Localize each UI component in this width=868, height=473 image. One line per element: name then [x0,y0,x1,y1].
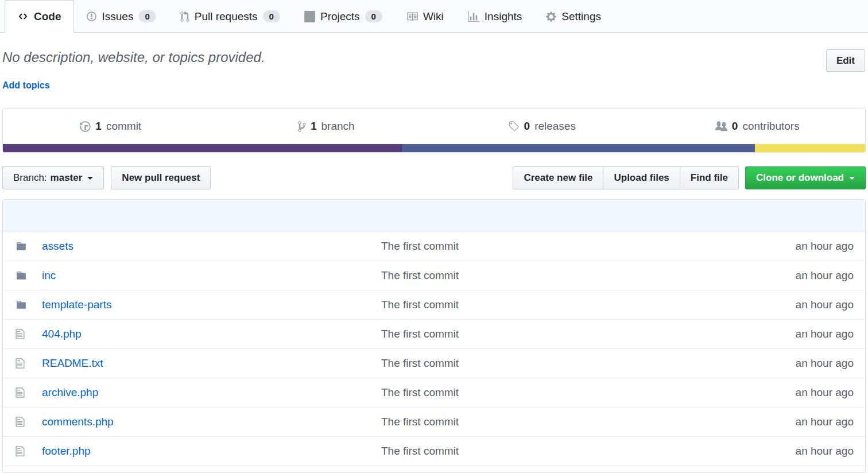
book-icon [406,11,418,22]
folder-icon [16,300,42,310]
repo-description: No description, website, or topics provi… [2,49,265,65]
commit-message-link[interactable]: The first commit [381,328,459,340]
commit-message-link[interactable]: The first commit [381,240,459,253]
file-name-link[interactable]: inc [42,269,56,282]
table-row: archive.php The first commit an hour ago [3,378,865,407]
commit-message-link[interactable]: The first commit [381,386,459,399]
branch-selector-button[interactable]: Branch: master [2,166,104,189]
file-age: an hour ago [739,386,854,399]
clone-or-download-button[interactable]: Clone or download [745,166,866,189]
repo-nav-tab-pull-requests[interactable]: Pull requests 0 [168,0,292,33]
git-branch-icon [298,121,306,133]
table-row-partial [3,466,865,472]
history-icon [80,121,91,133]
tab-counter: 0 [138,10,156,22]
project-icon [304,11,315,22]
upload-files-button[interactable]: Upload files [603,166,680,189]
table-row: footer.php The first commit an hour ago [3,436,865,466]
language-segment-php [402,144,754,152]
stat-contributors[interactable]: 0 contributors [650,120,866,133]
repo-nav-tab-code[interactable]: Code [5,0,74,33]
file-name-link[interactable]: archive.php [42,386,98,399]
file-icon [16,387,42,398]
commit-message-link[interactable]: The first commit [381,416,459,428]
folder-icon [16,270,42,281]
table-row: template-parts The first commit an hour … [3,290,865,319]
file-icon [16,445,42,457]
repo-nav-tab-projects[interactable]: Projects 0 [292,0,394,33]
language-segment-javascript [755,144,865,152]
stat-releases[interactable]: 0 releases [434,120,650,133]
tab-counter: 0 [263,10,280,22]
add-topics-link[interactable]: Add topics [2,80,50,91]
repo-nav-tab-wiki[interactable]: Wiki [394,0,456,33]
repo-nav-tab-insights[interactable]: Insights [456,0,534,33]
current-branch: master [51,172,83,184]
file-icon [16,358,42,369]
language-bar[interactable] [3,144,865,152]
file-actions-group: Create new file Upload files Find file [513,166,739,189]
issue-opened-icon [86,11,97,22]
repo-stats-box: 1 commit 1 branch 0 releases 0 contribut… [2,108,866,153]
commit-message-link[interactable]: The first commit [381,445,459,458]
find-file-button[interactable]: Find file [680,166,739,189]
commit-message-link[interactable]: The first commit [381,298,459,311]
create-new-file-button[interactable]: Create new file [513,166,603,189]
graph-icon [468,11,479,22]
file-age: an hour ago [739,328,854,340]
new-pull-request-button[interactable]: New pull request [111,166,211,189]
file-name-link[interactable]: assets [42,240,73,253]
code-icon [17,11,29,21]
repo-nav-tab-settings[interactable]: Settings [534,0,613,33]
file-age: an hour ago [739,298,854,311]
language-segment-css [3,144,402,152]
git-pull-request-icon [180,11,189,22]
table-row: README.txt The first commit an hour ago [3,348,865,378]
edit-description-button[interactable]: Edit [826,49,865,72]
file-age: an hour ago [739,240,854,253]
file-age: an hour ago [739,416,854,428]
tab-counter: 0 [365,10,382,22]
file-name-link[interactable]: comments.php [42,416,114,428]
tag-icon [508,121,520,133]
file-age: an hour ago [739,357,854,370]
file-age: an hour ago [739,445,854,458]
stat-commit[interactable]: 1 commit [3,120,219,133]
table-row: comments.php The first commit an hour ag… [3,407,865,436]
table-row: assets The first commit an hour ago [3,231,865,261]
file-name-link[interactable]: template-parts [42,298,111,311]
file-icon [16,416,42,428]
stat-branch[interactable]: 1 branch [219,120,435,133]
file-name-link[interactable]: footer.php [42,445,91,458]
gear-icon [546,11,556,22]
table-row: 404.php The first commit an hour ago [3,319,865,348]
latest-commit-bar [3,200,865,231]
folder-icon [16,241,42,251]
commit-message-link[interactable]: The first commit [381,357,459,370]
table-row: inc The first commit an hour ago [3,261,865,290]
commit-message-link[interactable]: The first commit [381,269,459,282]
repo-nav-tab-issues[interactable]: Issues 0 [74,0,168,33]
chevron-down-icon [87,177,93,180]
file-icon [16,328,42,340]
file-age: an hour ago [739,269,854,282]
chevron-down-icon [849,177,855,180]
file-name-link[interactable]: README.txt [42,357,103,370]
file-name-link[interactable]: 404.php [42,328,82,340]
repo-nav: Code Issues 0 Pull requests 0 Projects 0… [0,0,868,33]
file-table: assets The first commit an hour ago inc … [2,199,866,473]
people-icon [715,121,727,133]
